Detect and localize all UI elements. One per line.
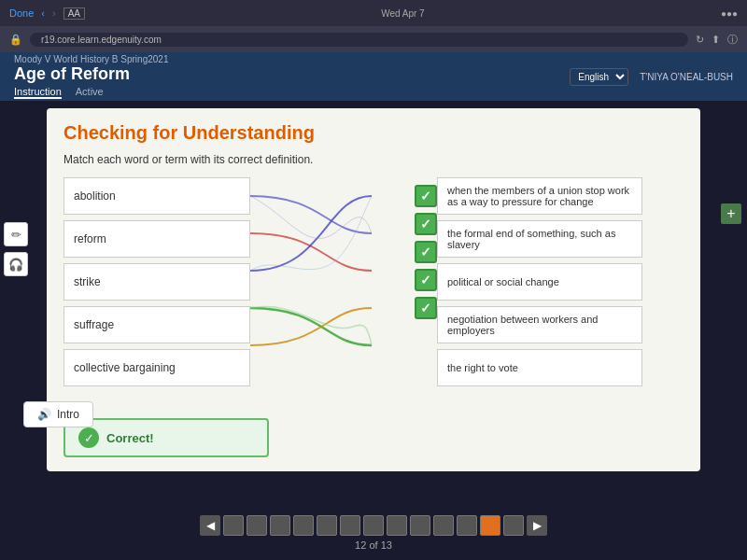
user-name: T'NIYA O'NEAL-BUSH xyxy=(640,72,733,82)
matching-lines-svg xyxy=(250,177,437,407)
def-political-social[interactable]: political or social change xyxy=(437,263,642,301)
page-12[interactable] xyxy=(480,515,500,536)
correct-banner: ✓ Correct! xyxy=(63,418,269,457)
page-navigation: ◀ ▶ 12 of 13 xyxy=(0,515,747,551)
page-4[interactable] xyxy=(293,515,314,536)
bottom-toolbar: 🔊 Intro xyxy=(23,401,93,427)
term-strike[interactable]: strike xyxy=(63,263,250,301)
app-header-left: Moody V World History B Spring2021 Age o… xyxy=(14,54,168,99)
language-select[interactable]: English xyxy=(570,68,628,86)
app-header-right: English T'NIYA O'NEAL-BUSH xyxy=(570,68,733,86)
page-11[interactable] xyxy=(457,515,477,536)
sound-icon: 🔊 xyxy=(37,408,51,421)
browser-nav-bar: 🔒 r19.core.learn.edgenuity.com ↻ ⬆ ⓘ xyxy=(0,26,747,52)
forward-icon[interactable]: › xyxy=(52,7,56,19)
term-abolition[interactable]: abolition xyxy=(63,177,250,215)
add-button[interactable]: + xyxy=(721,203,741,224)
page-2[interactable] xyxy=(247,515,267,536)
checkmarks: ✓ ✓ ✓ ✓ ✓ xyxy=(415,185,437,319)
term-collective-bargaining[interactable]: collective bargaining xyxy=(63,349,250,386)
back-icon[interactable]: ‹ xyxy=(41,7,45,19)
lock-icon: 🔒 xyxy=(9,34,22,46)
prev-page-button[interactable]: ◀ xyxy=(200,515,220,536)
page-6[interactable] xyxy=(340,515,360,536)
page-7[interactable] xyxy=(363,515,384,536)
page-10[interactable] xyxy=(433,515,454,536)
info-icon[interactable]: ⓘ xyxy=(727,33,738,47)
instruction-text: Match each word or term with its correct… xyxy=(63,153,684,166)
course-title: Moody V World History B Spring2021 xyxy=(14,54,168,64)
def-union-stop-work[interactable]: when the members of a union stop work as… xyxy=(437,177,642,215)
left-sidebar: ✏ 🎧 xyxy=(4,222,28,276)
page-1[interactable] xyxy=(223,515,244,536)
lines-area: ✓ ✓ ✓ ✓ ✓ xyxy=(250,177,437,407)
check-2: ✓ xyxy=(415,213,437,235)
intro-label: Intro xyxy=(57,408,79,421)
page-count-label: 12 of 13 xyxy=(355,539,392,551)
url-text: r19.core.learn.edgenuity.com xyxy=(41,35,162,45)
status-bar: Done ‹ › AA Wed Apr 7 ●●● xyxy=(0,0,747,26)
page-9[interactable] xyxy=(410,515,430,536)
status-bar-left: Done ‹ › AA xyxy=(9,7,85,20)
right-definitions-column: when the members of a union stop work as… xyxy=(437,177,642,407)
def-formal-end[interactable]: the formal end of something, such as sla… xyxy=(437,220,642,258)
next-page-button[interactable]: ▶ xyxy=(527,515,547,536)
font-size-btn[interactable]: AA xyxy=(63,7,85,20)
page-8[interactable] xyxy=(387,515,407,536)
page-5[interactable] xyxy=(317,515,337,536)
tab-instruction[interactable]: Instruction xyxy=(14,86,62,99)
check-3: ✓ xyxy=(415,241,437,263)
app-header: Moody V World History B Spring2021 Age o… xyxy=(0,52,747,101)
check-5: ✓ xyxy=(415,297,437,319)
term-suffrage[interactable]: suffrage xyxy=(63,306,250,343)
done-button[interactable]: Done xyxy=(9,7,34,19)
pencil-tool[interactable]: ✏ xyxy=(4,222,28,246)
correct-icon: ✓ xyxy=(78,427,99,448)
url-bar: r19.core.learn.edgenuity.com xyxy=(30,33,688,47)
def-right-to-vote[interactable]: the right to vote xyxy=(437,349,642,386)
share-icon[interactable]: ⬆ xyxy=(712,34,720,46)
matching-exercise: abolition reform strike suffrage collect… xyxy=(63,177,684,407)
correct-text: Correct! xyxy=(106,431,154,445)
status-bar-right: ●●● xyxy=(721,8,738,19)
main-content: Checking for Understanding Match each wo… xyxy=(47,108,700,471)
headphone-tool[interactable]: 🎧 xyxy=(4,252,28,276)
lesson-title: Age of Reform xyxy=(14,64,168,84)
check-4: ✓ xyxy=(415,269,437,291)
main-wrapper: ✏ 🎧 + Checking for Understanding Match e… xyxy=(0,101,747,479)
time-display: Wed Apr 7 xyxy=(381,8,425,19)
tab-active[interactable]: Active xyxy=(76,86,104,99)
def-negotiation[interactable]: negotiation between workers and employer… xyxy=(437,306,642,343)
section-title: Checking for Understanding xyxy=(63,122,684,144)
term-reform[interactable]: reform xyxy=(63,220,250,258)
page-3[interactable] xyxy=(270,515,290,536)
page-13[interactable] xyxy=(503,515,524,536)
refresh-icon[interactable]: ↻ xyxy=(696,34,704,46)
left-terms-column: abolition reform strike suffrage collect… xyxy=(63,177,250,407)
check-1: ✓ xyxy=(415,185,437,207)
intro-button[interactable]: 🔊 Intro xyxy=(23,401,93,427)
app-tabs: Instruction Active xyxy=(14,86,168,99)
